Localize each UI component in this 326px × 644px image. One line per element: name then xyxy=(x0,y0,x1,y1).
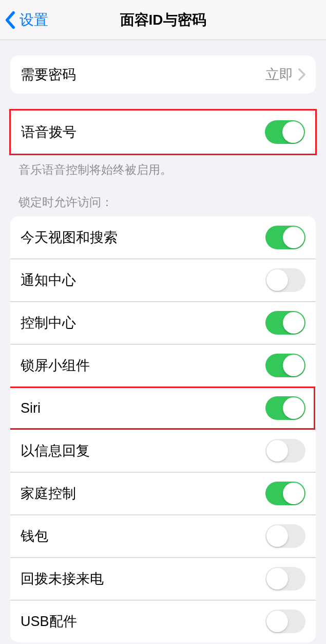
lock-access-toggle[interactable] xyxy=(265,610,305,633)
lock-access-row: 锁屏小组件 xyxy=(10,344,316,387)
lock-access-row: 控制中心 xyxy=(10,301,316,344)
voice-dial-toggle[interactable] xyxy=(265,120,305,144)
lock-access-header: 锁定时允许访问： xyxy=(0,178,326,210)
lock-access-row: 钱包 xyxy=(10,514,316,557)
lock-access-row: 以信息回复 xyxy=(10,429,316,472)
lock-access-toggle[interactable] xyxy=(265,396,305,420)
voice-dial-row: 语音拨号 xyxy=(11,111,315,153)
lock-access-item-label: Siri xyxy=(21,400,41,416)
lock-access-toggle[interactable] xyxy=(265,567,305,591)
require-passcode-value-wrap: 立即 xyxy=(265,65,305,84)
lock-access-row: Siri xyxy=(10,387,316,429)
lock-access-toggle[interactable] xyxy=(265,524,305,548)
lock-access-row: 家庭控制 xyxy=(10,472,316,514)
lock-access-row: 回拨未接来电 xyxy=(10,557,316,600)
lock-access-item-label: 控制中心 xyxy=(21,314,76,332)
lock-access-item-label: 回拨未接来电 xyxy=(21,569,104,588)
voice-dial-footer: 音乐语音控制将始终被启用。 xyxy=(0,155,326,178)
lock-access-toggle[interactable] xyxy=(265,354,305,377)
chevron-right-icon xyxy=(298,68,305,81)
lock-access-item-label: 锁屏小组件 xyxy=(21,356,90,375)
lock-access-group: 今天视图和搜索通知中心控制中心锁屏小组件Siri以信息回复家庭控制钱包回拨未接来… xyxy=(10,216,316,642)
lock-access-item-label: 钱包 xyxy=(21,527,48,545)
navigation-header: 设置 面容ID与密码 xyxy=(0,0,326,40)
lock-access-item-label: 以信息回复 xyxy=(21,441,90,460)
lock-access-toggle[interactable] xyxy=(265,439,305,463)
back-label: 设置 xyxy=(20,10,48,30)
lock-access-row: USB配件 xyxy=(10,600,316,642)
require-passcode-label: 需要密码 xyxy=(21,65,76,84)
lock-access-toggle[interactable] xyxy=(265,226,305,249)
voice-dial-highlight: 语音拨号 xyxy=(9,109,317,155)
lock-access-item-label: 家庭控制 xyxy=(21,484,76,503)
require-passcode-value: 立即 xyxy=(265,65,293,84)
passcode-group: 需要密码 立即 xyxy=(10,56,316,94)
voice-dial-label: 语音拨号 xyxy=(21,123,76,141)
require-passcode-row[interactable]: 需要密码 立即 xyxy=(10,56,316,94)
back-button[interactable]: 设置 xyxy=(4,10,48,30)
page-title: 面容ID与密码 xyxy=(120,10,206,30)
chevron-left-icon xyxy=(4,11,15,29)
lock-access-item-label: 通知中心 xyxy=(21,271,76,289)
lock-access-row: 今天视图和搜索 xyxy=(10,216,316,259)
lock-access-toggle[interactable] xyxy=(265,311,305,335)
lock-access-item-label: 今天视图和搜索 xyxy=(21,228,118,247)
lock-access-row: 通知中心 xyxy=(10,259,316,301)
lock-access-toggle[interactable] xyxy=(265,482,305,505)
lock-access-toggle[interactable] xyxy=(265,268,305,292)
lock-access-item-label: USB配件 xyxy=(21,612,77,631)
